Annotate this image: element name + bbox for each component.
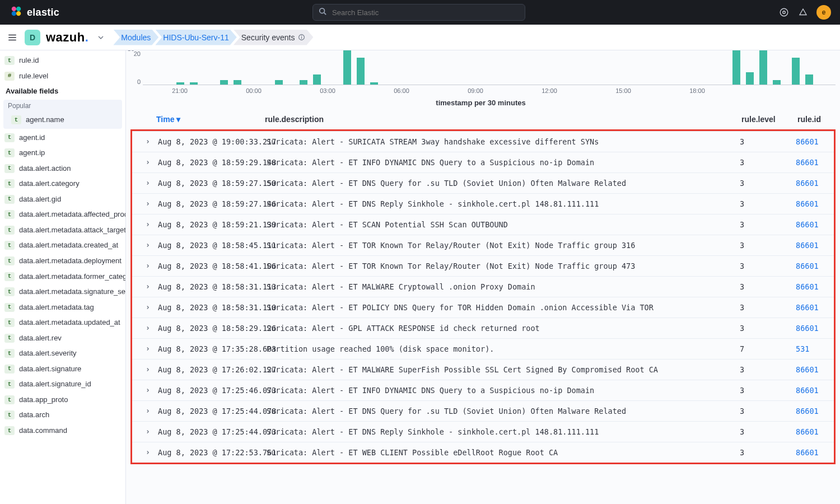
table-row[interactable]: Aug 8, 2023 @ 18:59:21.139Suricata: Aler… — [132, 214, 834, 235]
histogram-bar[interactable] — [190, 82, 198, 85]
field-item[interactable]: tdata.alert.metadata.signature_severity — [0, 284, 125, 300]
expand-row-icon[interactable] — [138, 407, 158, 416]
histogram-bar[interactable] — [746, 72, 754, 85]
cell-rule-id[interactable]: 86601 — [796, 365, 828, 374]
field-item[interactable]: tagent.name — [7, 112, 119, 128]
cell-rule-id[interactable]: 86601 — [796, 427, 828, 436]
field-item[interactable]: tdata.alert.category — [0, 176, 125, 192]
expand-row-icon[interactable] — [138, 324, 158, 333]
table-row[interactable]: Aug 8, 2023 @ 19:00:33.217Suricata: Aler… — [132, 131, 834, 152]
breadcrumb-agent[interactable]: HIDS-Ubu-Serv-11 — [155, 30, 236, 45]
field-item[interactable]: trule.id — [0, 53, 125, 68]
field-item[interactable]: tdata.alert.metadata.affected_product — [0, 207, 125, 222]
expand-row-icon[interactable] — [138, 179, 158, 188]
expand-row-icon[interactable] — [138, 428, 158, 436]
field-item[interactable]: tdata.alert.rev — [0, 330, 125, 346]
histogram-bar[interactable] — [773, 80, 781, 85]
info-icon[interactable] — [298, 34, 305, 41]
histogram-bar[interactable] — [275, 80, 283, 85]
cell-rule-id[interactable]: 86601 — [796, 282, 828, 291]
chevron-down-icon[interactable] — [94, 31, 108, 44]
cell-rule-id[interactable]: 86601 — [796, 386, 828, 395]
global-search[interactable] — [312, 4, 525, 21]
cell-rule-id[interactable]: 86601 — [796, 137, 828, 146]
chart-plot-area[interactable] — [143, 50, 836, 85]
cell-rule-id[interactable]: 86601 — [796, 324, 828, 333]
nav-toggle-icon[interactable] — [6, 31, 19, 44]
help-icon[interactable] — [797, 7, 809, 18]
table-row[interactable]: Aug 8, 2023 @ 18:58:41.106Suricata: Aler… — [132, 255, 834, 276]
histogram-bar[interactable] — [805, 74, 813, 85]
expand-row-icon[interactable] — [138, 138, 158, 146]
cell-rule-id[interactable]: 86601 — [796, 303, 828, 312]
expand-row-icon[interactable] — [138, 158, 158, 167]
expand-row-icon[interactable] — [138, 366, 158, 374]
cell-rule-id[interactable]: 86601 — [796, 407, 828, 416]
expand-row-icon[interactable] — [138, 200, 158, 208]
table-row[interactable]: Aug 8, 2023 @ 18:58:45.111Suricata: Aler… — [132, 235, 834, 255]
avatar[interactable]: e — [816, 5, 831, 20]
expand-row-icon[interactable] — [138, 221, 158, 229]
column-header-rule-id[interactable]: rule.id — [797, 115, 830, 124]
field-item[interactable]: tdata.alert.severity — [0, 346, 125, 361]
field-item[interactable]: tagent.id — [0, 130, 125, 146]
cell-rule-id[interactable]: 86601 — [796, 448, 828, 457]
expand-row-icon[interactable] — [138, 345, 158, 353]
table-row[interactable]: Aug 8, 2023 @ 17:22:53.761Suricata: Aler… — [132, 442, 834, 463]
table-row[interactable]: Aug 8, 2023 @ 18:59:27.150Suricata: Aler… — [132, 172, 834, 193]
expand-row-icon[interactable] — [138, 241, 158, 250]
histogram-bar[interactable] — [220, 80, 228, 85]
field-item[interactable]: tdata.alert.metadata.updated_at — [0, 315, 125, 330]
brand[interactable]: elastic — [6, 5, 59, 20]
field-item[interactable]: tdata.command — [0, 423, 125, 438]
cell-rule-id[interactable]: 86601 — [796, 158, 828, 167]
histogram-bar[interactable] — [732, 50, 740, 85]
histogram-bar[interactable] — [343, 50, 351, 85]
expand-row-icon[interactable] — [138, 449, 158, 457]
cell-rule-id[interactable]: 86601 — [796, 241, 828, 250]
histogram-bar[interactable] — [176, 82, 184, 85]
search-input[interactable] — [331, 8, 519, 17]
column-header-level[interactable]: rule.level — [741, 115, 797, 124]
histogram-bar[interactable] — [357, 58, 365, 85]
column-header-time[interactable]: Time ▾ — [156, 115, 265, 124]
field-item[interactable]: tdata.alert.metadata.deployment — [0, 253, 125, 269]
news-icon[interactable] — [778, 7, 790, 18]
histogram-bar[interactable] — [370, 82, 378, 85]
histogram-bar[interactable] — [759, 50, 767, 85]
cell-rule-id[interactable]: 86601 — [796, 262, 828, 270]
field-item[interactable]: tdata.app_proto — [0, 392, 125, 408]
table-row[interactable]: Aug 8, 2023 @ 18:59:29.148Suricata: Aler… — [132, 152, 834, 172]
expand-row-icon[interactable] — [138, 304, 158, 312]
field-item[interactable]: #rule.level — [0, 68, 125, 84]
table-row[interactable]: Aug 8, 2023 @ 17:25:46.073Suricata: Aler… — [132, 380, 834, 400]
column-header-description[interactable]: rule.description — [265, 115, 741, 124]
field-item[interactable]: tdata.arch — [0, 407, 125, 423]
field-item[interactable]: tdata.alert.metadata.former_category — [0, 269, 125, 284]
histogram-chart[interactable]: Co 20 0 — [126, 50, 840, 110]
histogram-bar[interactable] — [313, 74, 321, 85]
table-row[interactable]: Aug 8, 2023 @ 18:59:27.146Suricata: Aler… — [132, 193, 834, 214]
expand-row-icon[interactable] — [138, 283, 158, 291]
table-row[interactable]: Aug 8, 2023 @ 17:25:44.078Suricata: Aler… — [132, 400, 834, 421]
table-row[interactable]: Aug 8, 2023 @ 17:35:28.603Partition usag… — [132, 338, 834, 359]
field-item[interactable]: tdata.alert.gid — [0, 192, 125, 207]
field-item[interactable]: tagent.ip — [0, 145, 125, 161]
table-row[interactable]: Aug 8, 2023 @ 18:58:31.110Suricata: Aler… — [132, 297, 834, 318]
field-item[interactable]: tdata.alert.signature_id — [0, 376, 125, 392]
space-selector[interactable]: D — [25, 30, 40, 45]
cell-rule-id[interactable]: 86601 — [796, 179, 828, 188]
histogram-bar[interactable] — [300, 80, 307, 85]
field-item[interactable]: tdata.alert.signature — [0, 361, 125, 377]
table-row[interactable]: Aug 8, 2023 @ 17:26:02.127Suricata: Aler… — [132, 359, 834, 380]
field-item[interactable]: tdata.alert.action — [0, 161, 125, 176]
field-item[interactable]: tdata.alert.metadata.attack_target — [0, 222, 125, 238]
expand-row-icon[interactable] — [138, 386, 158, 395]
histogram-bar[interactable] — [234, 80, 241, 85]
breadcrumb-modules[interactable]: Modules — [113, 30, 158, 45]
table-row[interactable]: Aug 8, 2023 @ 18:58:31.113Suricata: Aler… — [132, 276, 834, 297]
cell-rule-id[interactable]: 86601 — [796, 199, 828, 208]
table-row[interactable]: Aug 8, 2023 @ 18:58:29.126Suricata: Aler… — [132, 318, 834, 338]
cell-rule-id[interactable]: 531 — [796, 344, 828, 353]
field-item[interactable]: tdata.alert.metadata.created_at — [0, 237, 125, 253]
